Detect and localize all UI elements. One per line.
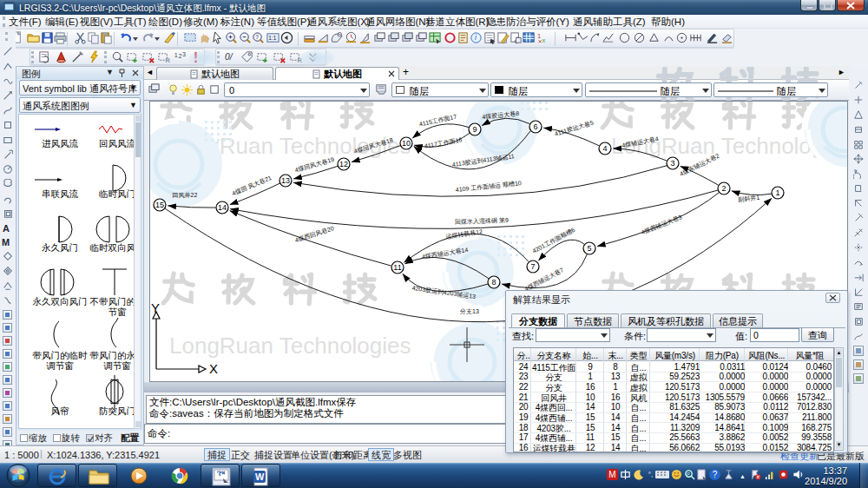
svg-text:6: 6 bbox=[533, 122, 537, 131]
svg-text:4117工作面16: 4117工作面16 bbox=[424, 136, 463, 150]
svg-text:x: x bbox=[542, 36, 546, 44]
svg-text:1: 1 bbox=[775, 188, 779, 197]
svg-text:4115工作面17: 4115工作面17 bbox=[418, 114, 457, 129]
svg-text:10: 10 bbox=[402, 139, 411, 148]
svg-text:副斜井1: 副斜井1 bbox=[738, 195, 760, 204]
svg-text:15: 15 bbox=[155, 201, 164, 209]
svg-text:2: 2 bbox=[721, 184, 726, 193]
svg-text:4109 工作面辅运 顺槽10: 4109 工作面辅运 顺槽10 bbox=[455, 180, 522, 194]
svg-text:13: 13 bbox=[281, 176, 290, 185]
svg-text:3: 3 bbox=[670, 159, 674, 168]
svg-text:8: 8 bbox=[491, 278, 496, 287]
svg-text:4201工作面顺槽6: 4201工作面顺槽6 bbox=[531, 227, 576, 255]
svg-text:回风井22: 回风井22 bbox=[173, 192, 198, 199]
svg-text:9: 9 bbox=[472, 125, 477, 134]
svg-text:4: 4 bbox=[602, 144, 607, 153]
svg-text:1: 1 bbox=[174, 52, 178, 58]
svg-text:P: P bbox=[687, 472, 690, 477]
svg-text:R: R bbox=[165, 56, 170, 63]
svg-text:1:1: 1:1 bbox=[268, 35, 276, 41]
svg-text:分支13: 分支13 bbox=[459, 308, 479, 315]
svg-text:4煤西辅运大巷3: 4煤西辅运大巷3 bbox=[641, 214, 683, 236]
svg-text:5: 5 bbox=[587, 244, 591, 253]
svg-text:回煤水入湿殊硐 第9: 回煤水入湿殊硐 第9 bbox=[455, 217, 509, 226]
svg-text:0/: 0/ bbox=[225, 52, 233, 62]
svg-text:4煤回 风大巷21: 4煤回 风大巷21 bbox=[231, 175, 273, 197]
svg-text:LongRuan Technologies: LongRuan Technologies bbox=[169, 333, 411, 359]
svg-text:12: 12 bbox=[339, 160, 348, 168]
svg-text:Y: Y bbox=[151, 300, 160, 315]
svg-text:7: 7 bbox=[530, 262, 535, 271]
svg-text:W: W bbox=[255, 472, 265, 482]
svg-text:X: X bbox=[209, 361, 218, 376]
svg-text:1: 1 bbox=[537, 32, 541, 40]
svg-text:3: 3 bbox=[182, 51, 186, 57]
svg-text:11: 11 bbox=[393, 263, 401, 272]
svg-text:14: 14 bbox=[218, 203, 227, 212]
svg-text:?: ? bbox=[255, 34, 259, 40]
svg-text:2: 2 bbox=[179, 53, 182, 59]
svg-text:4煤西回风巷20: 4煤西回风巷20 bbox=[294, 225, 335, 244]
